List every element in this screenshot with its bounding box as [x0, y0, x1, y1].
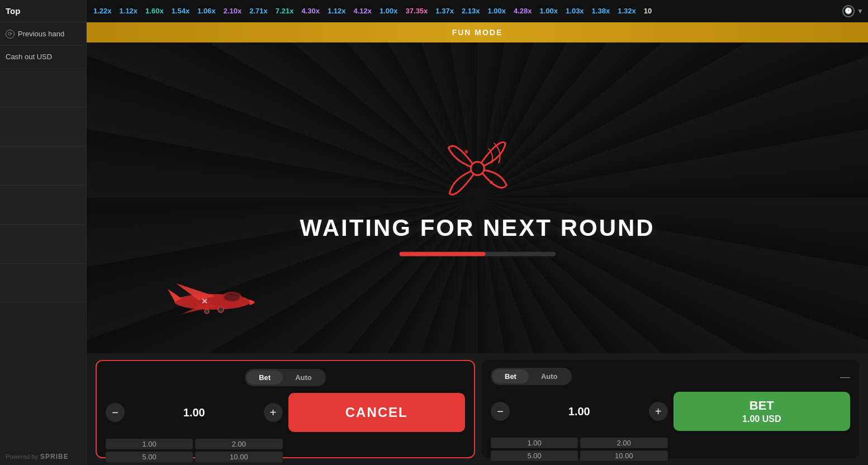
svg-point-1 — [464, 150, 468, 153]
mult-7: 2.71x — [247, 6, 270, 16]
mult-14: 1.37x — [433, 6, 456, 16]
svg-point-0 — [471, 162, 484, 175]
mult-18: 1.00x — [538, 6, 561, 16]
sidebar-slot-3 — [0, 146, 86, 186]
tab-row-right: Bet Auto — [491, 368, 572, 385]
quick-5-right[interactable]: 5.00 — [491, 450, 578, 461]
progress-bar-fill — [399, 252, 485, 256]
mult-19: 1.03x — [563, 6, 586, 16]
airplane-icon: ✕ — [165, 275, 260, 320]
multiplier-bar: 1.22x 1.12x 1.60x 1.54x 1.06x 2.10x 2.71… — [87, 0, 868, 22]
chevron-down-icon: ▼ — [857, 7, 864, 15]
left-controls-area: − 1.00 + CANCEL — [106, 393, 465, 432]
bet-panel-left: Bet Auto − 1.00 + CANCEL 1.00 2.00 5.00 … — [96, 360, 475, 458]
right-controls-area: − 1.00 + BET 1.00 USD — [491, 392, 850, 431]
left-quick-amounts: 1.00 2.00 5.00 10.00 — [106, 439, 283, 462]
sidebar-top-label: Top — [0, 0, 86, 22]
waiting-container: WAITING FOR NEXT ROUND — [300, 126, 654, 256]
bet-button-label: BET — [750, 398, 774, 413]
mult-22: 10 — [642, 6, 654, 16]
mult-12: 1.00x — [377, 6, 400, 16]
right-quick-amounts: 1.00 2.00 5.00 10.00 — [491, 438, 668, 461]
right-amount-row: − 1.00 + — [491, 402, 668, 421]
mult-16: 1.00x — [485, 6, 508, 16]
sidebar-powered-by: Powered by SPRIBE — [6, 453, 69, 461]
increase-bet-right[interactable]: + — [649, 402, 668, 421]
mult-5: 1.06x — [195, 6, 218, 16]
sidebar-slot-6 — [0, 264, 86, 303]
propeller-icon — [438, 126, 516, 205]
mult-10: 1.12x — [325, 6, 348, 16]
bet-button[interactable]: BET 1.00 USD — [673, 392, 851, 431]
decrease-bet-left[interactable]: − — [106, 403, 125, 422]
bet-panel-right: Bet Auto — − 1.00 + BET 1.00 USD 1.00 — [482, 360, 859, 458]
mult-3: 1.60x — [143, 6, 166, 16]
svg-point-5 — [224, 293, 240, 301]
sidebar-slot-5 — [0, 225, 86, 264]
remove-panel-button[interactable]: — — [840, 372, 850, 382]
mult-4: 1.54x — [169, 6, 192, 16]
main-area: 1.22x 1.12x 1.60x 1.54x 1.06x 2.10x 2.71… — [87, 0, 868, 465]
svg-point-7 — [218, 307, 224, 312]
sidebar-cash-out: Cash out USD — [0, 46, 86, 68]
fun-mode-text: FUN MODE — [452, 28, 503, 37]
tab-bet-left[interactable]: Bet — [246, 371, 283, 385]
svg-point-8 — [205, 309, 209, 314]
mult-2: 1.12x — [117, 6, 140, 16]
mult-17: 4.28x — [511, 6, 534, 16]
quick-2-left[interactable]: 2.00 — [195, 439, 282, 449]
sidebar-slot-2 — [0, 107, 86, 146]
bottom-controls: Bet Auto − 1.00 + CANCEL 1.00 2.00 5.00 … — [87, 353, 868, 465]
sidebar-slot-4 — [0, 186, 86, 225]
clock-icon: ⟳ — [6, 30, 15, 39]
mult-13: 37.35x — [404, 6, 430, 16]
mult-8: 7.21x — [273, 6, 296, 16]
cancel-button[interactable]: CANCEL — [288, 393, 466, 432]
tab-auto-left[interactable]: Auto — [283, 371, 324, 385]
decrease-bet-right[interactable]: − — [491, 402, 510, 421]
quick-2-right[interactable]: 2.00 — [580, 438, 667, 448]
mult-11: 4.12x — [351, 6, 374, 16]
mult-1: 1.22x — [91, 6, 114, 16]
increase-bet-left[interactable]: + — [264, 403, 283, 422]
quick-1-right[interactable]: 1.00 — [491, 438, 578, 448]
right-bet-amount: 1.00 — [515, 405, 643, 418]
mult-15: 2.13x — [459, 6, 482, 16]
sidebar-slot-1 — [0, 68, 86, 107]
quick-10-left[interactable]: 10.00 — [195, 452, 282, 462]
bet-button-amount: 1.00 USD — [742, 414, 781, 424]
progress-bar — [399, 252, 556, 256]
mult-21: 1.32x — [615, 6, 638, 16]
svg-point-2 — [490, 181, 493, 184]
clock-history-icon[interactable]: 🕐 ▼ — [842, 5, 864, 17]
quick-1-left[interactable]: 1.00 — [106, 439, 193, 449]
tab-bet-right[interactable]: Bet — [492, 369, 529, 383]
waiting-text: WAITING FOR NEXT ROUND — [300, 215, 654, 241]
mult-9: 4.30x — [299, 6, 322, 16]
quick-5-left[interactable]: 5.00 — [106, 452, 193, 462]
game-canvas: WAITING FOR NEXT ROUND ✕ — [87, 42, 868, 353]
mult-20: 1.38x — [590, 6, 613, 16]
left-bet-amount: 1.00 — [130, 406, 258, 419]
tab-auto-right[interactable]: Auto — [529, 369, 570, 383]
fun-mode-banner: FUN MODE — [87, 22, 868, 42]
svg-text:✕: ✕ — [201, 297, 208, 306]
left-amount-row: − 1.00 + — [106, 403, 283, 422]
mult-6: 2.10x — [221, 6, 244, 16]
quick-10-right[interactable]: 10.00 — [580, 450, 667, 461]
sidebar: Top ⟳ Previous hand Cash out USD Powered… — [0, 0, 87, 465]
sidebar-previous-hand[interactable]: ⟳ Previous hand — [0, 22, 86, 46]
tab-row-left: Bet Auto — [245, 369, 326, 386]
